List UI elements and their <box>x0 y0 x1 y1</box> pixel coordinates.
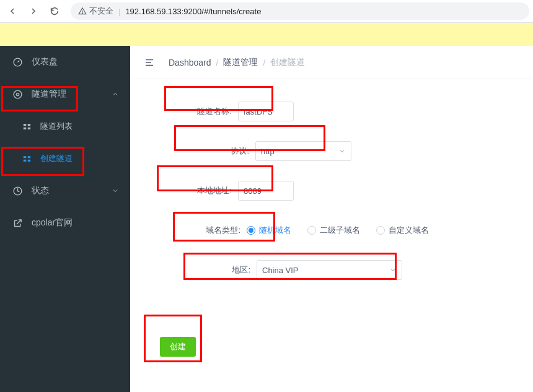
list-icon <box>22 122 32 131</box>
radio-sub-label: 二级子域名 <box>320 225 360 236</box>
row-domain-type: 域名类型: 随机域名 二级子域名 自定义域名 <box>151 220 512 240</box>
radio-dot-icon <box>247 226 255 235</box>
back-button[interactable] <box>4 2 21 20</box>
label-local-addr: 本地地址: <box>178 185 238 196</box>
sidebar-item-cpolar-site[interactable]: cpolar官网 <box>0 207 130 239</box>
main-panel: Dashboard / 隧道管理 / 创建隧道 隧道名称: 协议: http <box>130 46 533 392</box>
row-protocol: 协议: http <box>151 141 512 161</box>
radio-dot-icon <box>307 226 316 235</box>
address-bar[interactable]: 不安全 | 192.168.59.133:9200/#/tunnels/crea… <box>71 2 529 20</box>
breadcrumb-dashboard[interactable]: Dashboard <box>166 58 214 68</box>
select-protocol[interactable]: http <box>255 141 351 161</box>
create-button[interactable]: 创建 <box>160 337 196 357</box>
sidebar-item-tunnel-create[interactable]: 创建隧道 <box>0 142 130 175</box>
sidebar-item-status[interactable]: 状态 <box>0 175 130 207</box>
sidebar-tunnel-list-label: 隧道列表 <box>40 121 73 132</box>
radio-sub-domain[interactable]: 二级子域名 <box>307 225 360 236</box>
svg-rect-9 <box>24 156 26 158</box>
sidebar-cpolar-label: cpolar官网 <box>32 217 73 229</box>
browser-toolbar: 不安全 | 192.168.59.133:9200/#/tunnels/crea… <box>0 0 533 23</box>
insecure-label: 不安全 <box>89 6 113 17</box>
svg-rect-10 <box>24 159 26 161</box>
external-link-icon <box>12 218 23 229</box>
row-tunnel-name: 隧道名称: <box>151 102 512 121</box>
topbar: Dashboard / 隧道管理 / 创建隧道 <box>130 46 533 79</box>
chevron-down-icon <box>338 147 346 155</box>
breadcrumb-current: 创建隧道 <box>268 57 307 68</box>
app-shell: 仪表盘 隧道管理 隧道列表 创建隧道 状态 cpolar官网 <box>0 46 533 392</box>
breadcrumb-tunnel-manage[interactable]: 隧道管理 <box>221 57 260 68</box>
label-protocol: 协议: <box>196 146 255 157</box>
input-tunnel-name[interactable] <box>238 102 294 121</box>
create-icon <box>22 154 32 163</box>
select-protocol-value: http <box>261 147 275 156</box>
svg-rect-7 <box>28 124 30 126</box>
row-region: 地区: China VIP <box>151 260 512 280</box>
sidebar-tunnel-label: 隧道管理 <box>32 89 66 100</box>
breadcrumb: Dashboard / 隧道管理 / 创建隧道 <box>166 57 307 68</box>
label-region: 地区: <box>208 264 257 276</box>
breadcrumb-separator: / <box>214 58 221 68</box>
radio-random-label: 随机域名 <box>259 225 291 236</box>
radio-custom-domain[interactable]: 自定义域名 <box>376 225 429 236</box>
sidebar-dashboard-label: 仪表盘 <box>32 56 58 68</box>
row-local-addr: 本地地址: <box>151 181 512 201</box>
forward-button[interactable] <box>25 2 42 20</box>
url-text: 192.168.59.133:9200/#/tunnels/create <box>125 7 261 16</box>
banner-strip <box>0 23 533 46</box>
svg-point-1 <box>82 13 83 14</box>
reload-button[interactable] <box>46 2 63 20</box>
svg-rect-11 <box>28 156 30 158</box>
menu-toggle-icon[interactable] <box>144 57 155 68</box>
svg-rect-12 <box>28 159 30 161</box>
select-region[interactable]: China VIP <box>257 260 402 280</box>
input-local-addr[interactable] <box>238 181 294 201</box>
svg-rect-8 <box>28 127 30 129</box>
svg-point-3 <box>14 90 22 98</box>
svg-point-4 <box>16 93 19 95</box>
chevron-up-icon <box>112 90 119 98</box>
insecure-badge: 不安全 <box>78 6 113 17</box>
radio-custom-label: 自定义域名 <box>389 225 429 236</box>
label-domain-type: 域名类型: <box>196 225 247 236</box>
breadcrumb-separator: / <box>260 58 268 68</box>
form-content: 隧道名称: 协议: http 本地地址: 域名类型: <box>130 79 533 379</box>
svg-rect-6 <box>24 127 26 129</box>
chevron-down-icon <box>112 187 119 194</box>
select-region-value: China VIP <box>262 266 299 275</box>
sidebar-status-label: 状态 <box>32 185 49 196</box>
sidebar: 仪表盘 隧道管理 隧道列表 创建隧道 状态 cpolar官网 <box>0 46 130 392</box>
tunnel-icon <box>12 89 23 100</box>
status-icon <box>12 186 23 196</box>
sidebar-item-dashboard[interactable]: 仪表盘 <box>0 46 130 78</box>
sidebar-item-tunnel-list[interactable]: 隧道列表 <box>0 110 130 142</box>
label-tunnel-name: 隧道名称: <box>178 106 238 117</box>
svg-rect-5 <box>24 124 26 126</box>
dashboard-icon <box>12 57 23 68</box>
sidebar-item-tunnel-manage[interactable]: 隧道管理 <box>0 78 130 110</box>
radio-dot-icon <box>376 226 385 235</box>
radio-random-domain[interactable]: 随机域名 <box>247 225 291 236</box>
sidebar-tunnel-create-label: 创建隧道 <box>40 153 73 164</box>
toolbar-separator: | <box>118 7 120 16</box>
chevron-down-icon <box>389 266 397 274</box>
